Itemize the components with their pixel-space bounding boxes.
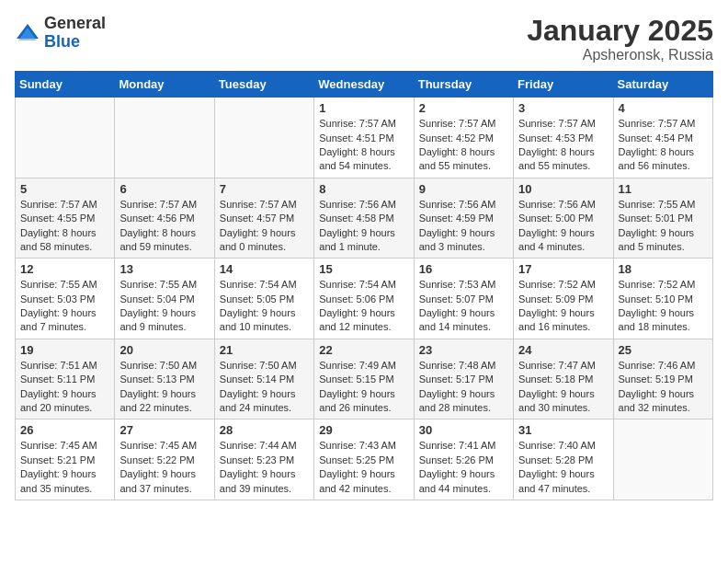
calendar-header: SundayMondayTuesdayWednesdayThursdayFrid… <box>16 72 713 98</box>
calendar-week-row: 19Sunrise: 7:51 AM Sunset: 5:11 PM Dayli… <box>16 339 713 419</box>
day-number: 12 <box>20 262 109 276</box>
weekday-header: Friday <box>514 72 613 98</box>
day-info: Sunrise: 7:49 AM Sunset: 5:15 PM Dayligh… <box>319 359 408 416</box>
day-number: 19 <box>20 343 109 357</box>
day-info: Sunrise: 7:48 AM Sunset: 5:17 PM Dayligh… <box>419 359 508 416</box>
calendar-table: SundayMondayTuesdayWednesdayThursdayFrid… <box>15 71 713 500</box>
calendar-subtitle: Apsheronsk, Russia <box>527 47 713 63</box>
calendar-cell: 29Sunrise: 7:43 AM Sunset: 5:25 PM Dayli… <box>314 419 414 500</box>
day-number: 15 <box>319 262 408 276</box>
day-info: Sunrise: 7:55 AM Sunset: 5:03 PM Dayligh… <box>20 278 109 335</box>
day-info: Sunrise: 7:57 AM Sunset: 4:52 PM Dayligh… <box>419 117 508 174</box>
day-info: Sunrise: 7:52 AM Sunset: 5:09 PM Dayligh… <box>518 278 608 335</box>
calendar-cell <box>214 98 313 178</box>
day-number: 27 <box>119 423 209 437</box>
day-number: 14 <box>220 262 309 276</box>
day-info: Sunrise: 7:41 AM Sunset: 5:26 PM Dayligh… <box>419 439 508 496</box>
calendar-week-row: 1Sunrise: 7:57 AM Sunset: 4:51 PM Daylig… <box>16 98 713 178</box>
day-info: Sunrise: 7:47 AM Sunset: 5:18 PM Dayligh… <box>518 359 608 416</box>
calendar-cell: 1Sunrise: 7:57 AM Sunset: 4:51 PM Daylig… <box>314 98 414 178</box>
weekday-header: Thursday <box>414 72 513 98</box>
calendar-cell: 25Sunrise: 7:46 AM Sunset: 5:19 PM Dayli… <box>613 339 712 419</box>
day-number: 4 <box>619 101 708 115</box>
calendar-cell: 16Sunrise: 7:53 AM Sunset: 5:07 PM Dayli… <box>414 259 513 339</box>
day-number: 28 <box>220 423 309 437</box>
day-number: 25 <box>619 343 708 357</box>
day-info: Sunrise: 7:57 AM Sunset: 4:56 PM Dayligh… <box>119 198 209 255</box>
day-number: 26 <box>20 423 109 437</box>
day-number: 30 <box>419 423 508 437</box>
day-number: 9 <box>419 182 508 196</box>
day-info: Sunrise: 7:57 AM Sunset: 4:51 PM Dayligh… <box>319 117 408 174</box>
day-info: Sunrise: 7:57 AM Sunset: 4:55 PM Dayligh… <box>20 198 109 255</box>
day-info: Sunrise: 7:55 AM Sunset: 5:04 PM Dayligh… <box>119 278 209 335</box>
calendar-cell: 9Sunrise: 7:56 AM Sunset: 4:59 PM Daylig… <box>414 178 513 259</box>
calendar-cell: 22Sunrise: 7:49 AM Sunset: 5:15 PM Dayli… <box>314 339 414 419</box>
logo-text: General Blue <box>44 15 106 52</box>
day-info: Sunrise: 7:46 AM Sunset: 5:19 PM Dayligh… <box>619 359 708 416</box>
day-info: Sunrise: 7:51 AM Sunset: 5:11 PM Dayligh… <box>20 359 109 416</box>
weekday-header: Tuesday <box>214 72 313 98</box>
calendar-cell: 7Sunrise: 7:57 AM Sunset: 4:57 PM Daylig… <box>214 178 313 259</box>
day-info: Sunrise: 7:44 AM Sunset: 5:23 PM Dayligh… <box>220 439 309 496</box>
calendar-cell: 20Sunrise: 7:50 AM Sunset: 5:13 PM Dayli… <box>115 339 214 419</box>
day-number: 17 <box>518 262 608 276</box>
day-number: 24 <box>518 343 608 357</box>
day-info: Sunrise: 7:56 AM Sunset: 4:59 PM Dayligh… <box>419 198 508 255</box>
day-number: 20 <box>119 343 209 357</box>
day-info: Sunrise: 7:50 AM Sunset: 5:13 PM Dayligh… <box>119 359 209 416</box>
day-info: Sunrise: 7:40 AM Sunset: 5:28 PM Dayligh… <box>518 439 608 496</box>
day-number: 6 <box>119 182 209 196</box>
day-number: 31 <box>518 423 608 437</box>
weekday-header: Monday <box>115 72 214 98</box>
day-number: 3 <box>518 101 608 115</box>
day-number: 18 <box>619 262 708 276</box>
logo: General Blue <box>15 15 106 52</box>
page-header: General Blue January 2025 Apsheronsk, Ru… <box>15 15 713 63</box>
calendar-cell: 19Sunrise: 7:51 AM Sunset: 5:11 PM Dayli… <box>16 339 115 419</box>
calendar-cell: 28Sunrise: 7:44 AM Sunset: 5:23 PM Dayli… <box>214 419 313 500</box>
calendar-cell: 4Sunrise: 7:57 AM Sunset: 4:54 PM Daylig… <box>613 98 712 178</box>
title-block: January 2025 Apsheronsk, Russia <box>527 15 713 63</box>
calendar-cell: 24Sunrise: 7:47 AM Sunset: 5:18 PM Dayli… <box>514 339 613 419</box>
day-number: 5 <box>20 182 109 196</box>
day-info: Sunrise: 7:57 AM Sunset: 4:57 PM Dayligh… <box>220 198 309 255</box>
weekday-header: Sunday <box>16 72 115 98</box>
day-info: Sunrise: 7:57 AM Sunset: 4:53 PM Dayligh… <box>518 117 608 174</box>
day-number: 16 <box>419 262 508 276</box>
calendar-week-row: 5Sunrise: 7:57 AM Sunset: 4:55 PM Daylig… <box>16 178 713 259</box>
calendar-cell: 11Sunrise: 7:55 AM Sunset: 5:01 PM Dayli… <box>613 178 712 259</box>
day-info: Sunrise: 7:50 AM Sunset: 5:14 PM Dayligh… <box>220 359 309 416</box>
calendar-cell: 12Sunrise: 7:55 AM Sunset: 5:03 PM Dayli… <box>16 259 115 339</box>
day-number: 13 <box>119 262 209 276</box>
calendar-cell <box>613 419 712 500</box>
calendar-cell: 15Sunrise: 7:54 AM Sunset: 5:06 PM Dayli… <box>314 259 414 339</box>
day-number: 22 <box>319 343 408 357</box>
day-info: Sunrise: 7:57 AM Sunset: 4:54 PM Dayligh… <box>619 117 708 174</box>
calendar-cell: 30Sunrise: 7:41 AM Sunset: 5:26 PM Dayli… <box>414 419 513 500</box>
calendar-cell: 6Sunrise: 7:57 AM Sunset: 4:56 PM Daylig… <box>115 178 214 259</box>
calendar-cell <box>16 98 115 178</box>
day-info: Sunrise: 7:43 AM Sunset: 5:25 PM Dayligh… <box>319 439 408 496</box>
day-number: 8 <box>319 182 408 196</box>
day-info: Sunrise: 7:56 AM Sunset: 5:00 PM Dayligh… <box>518 198 608 255</box>
calendar-cell: 14Sunrise: 7:54 AM Sunset: 5:05 PM Dayli… <box>214 259 313 339</box>
day-info: Sunrise: 7:56 AM Sunset: 4:58 PM Dayligh… <box>319 198 408 255</box>
calendar-cell: 21Sunrise: 7:50 AM Sunset: 5:14 PM Dayli… <box>214 339 313 419</box>
day-info: Sunrise: 7:45 AM Sunset: 5:21 PM Dayligh… <box>20 439 109 496</box>
calendar-cell: 10Sunrise: 7:56 AM Sunset: 5:00 PM Dayli… <box>514 178 613 259</box>
day-number: 23 <box>419 343 508 357</box>
day-number: 21 <box>220 343 309 357</box>
logo-icon <box>15 20 40 46</box>
calendar-week-row: 26Sunrise: 7:45 AM Sunset: 5:21 PM Dayli… <box>16 419 713 500</box>
calendar-cell <box>115 98 214 178</box>
day-info: Sunrise: 7:52 AM Sunset: 5:10 PM Dayligh… <box>619 278 708 335</box>
day-number: 10 <box>518 182 608 196</box>
calendar-cell: 18Sunrise: 7:52 AM Sunset: 5:10 PM Dayli… <box>613 259 712 339</box>
day-number: 7 <box>220 182 309 196</box>
calendar-cell: 2Sunrise: 7:57 AM Sunset: 4:52 PM Daylig… <box>414 98 513 178</box>
day-number: 11 <box>619 182 708 196</box>
calendar-cell: 26Sunrise: 7:45 AM Sunset: 5:21 PM Dayli… <box>16 419 115 500</box>
calendar-cell: 27Sunrise: 7:45 AM Sunset: 5:22 PM Dayli… <box>115 419 214 500</box>
calendar-cell: 23Sunrise: 7:48 AM Sunset: 5:17 PM Dayli… <box>414 339 513 419</box>
